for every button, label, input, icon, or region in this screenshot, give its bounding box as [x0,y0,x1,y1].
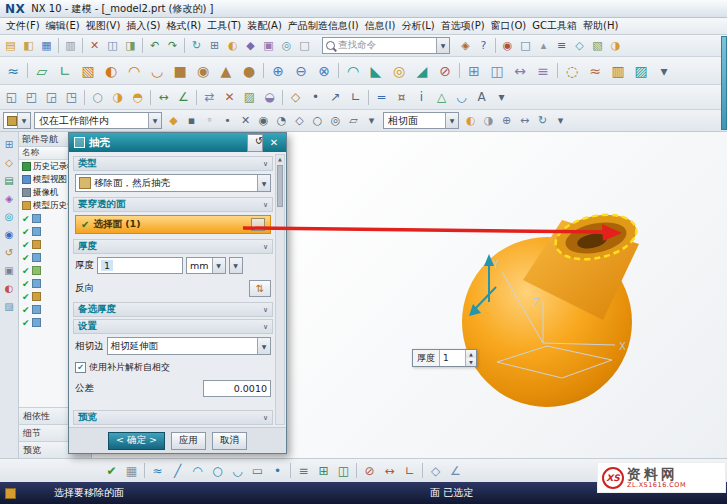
more-features-icon[interactable]: ▾ [653,60,675,82]
rotate-view-icon[interactable]: ↻ [534,112,551,129]
menu-item[interactable]: 帮助(H) [580,18,621,34]
datum-plane-icon[interactable]: ▱ [31,60,53,82]
tangent-edges-combo[interactable]: 相切延伸面 ▼ [107,337,272,355]
existing-point-snap-icon[interactable]: ◇ [291,112,308,129]
midpoint-snap-icon[interactable]: ◦ [201,112,218,129]
more-tools-icon[interactable]: ▾ [492,88,511,107]
fit-view-icon[interactable]: ⊞ [206,37,223,54]
menu-item[interactable]: 插入(S) [123,18,163,34]
measure-distance-icon[interactable]: ↔ [154,88,173,107]
draft-icon[interactable]: ◢ [411,60,433,82]
cone-icon[interactable]: ▲ [215,60,237,82]
refresh-icon[interactable]: ↻ [188,37,205,54]
point-on-curve-snap-icon[interactable]: ○ [309,112,326,129]
checkbox-icon[interactable]: ✔ [22,318,30,328]
menu-item[interactable]: 视图(V) [83,18,124,34]
constraint-navigator-icon[interactable]: ◇ [2,155,16,169]
scrollbar-thumb[interactable] [277,165,283,207]
role-icon[interactable]: ◉ [499,37,516,54]
shell-icon[interactable]: ◎ [388,60,410,82]
formula-options-icon[interactable]: ▼ [229,257,243,274]
window-switch-icon[interactable]: □ [296,37,313,54]
part-navigator-icon[interactable]: ▤ [2,173,16,187]
thickness-input[interactable]: 1 [97,257,183,274]
tolerance-input[interactable]: 0.0010 [203,380,271,397]
point-dialog-icon[interactable]: • [306,88,325,107]
thickness-tag-value[interactable]: 1 [439,350,465,366]
dropdown-arrow-icon[interactable]: ▼ [17,113,30,128]
section-thickness[interactable]: 厚度 ∨ [73,239,273,254]
thread-icon[interactable]: ≈ [584,60,606,82]
hd3d-tools-icon[interactable]: ◎ [2,209,16,223]
mirror-curve-icon[interactable]: ◫ [334,461,353,480]
circle-icon[interactable]: ○ [208,461,227,480]
datum-csys-icon[interactable]: ∟ [54,60,76,82]
checkbox-icon[interactable]: ✔ [22,305,30,315]
save-icon[interactable]: ▦ [38,37,55,54]
process-studio-icon[interactable]: ▣ [2,263,16,277]
snap-point-icon[interactable]: ◇ [286,88,305,107]
touch-mode-icon[interactable]: ◎ [278,37,295,54]
help-icon[interactable]: ? [475,37,492,54]
section-alt-thickness[interactable]: 备选厚度 ∨ [73,302,273,317]
rib-icon[interactable]: ▥ [607,60,629,82]
view-right-icon[interactable]: ◳ [62,88,81,107]
intersect-icon[interactable]: ⊗ [313,60,335,82]
web-browser-icon[interactable]: ◉ [2,227,16,241]
fillet-icon[interactable]: ◡ [228,461,247,480]
show-hide-icon[interactable]: ◒ [260,88,279,107]
point-icon[interactable]: • [268,461,287,480]
edge-blend-icon[interactable]: ◠ [342,60,364,82]
search-dropdown-icon[interactable]: ▼ [436,38,449,53]
curve-tools-icon[interactable]: ◡ [452,88,471,107]
scroll-up-icon[interactable]: ▲ [278,155,282,164]
wireframe-display-icon[interactable]: ○ [88,88,107,107]
checkbox-icon[interactable]: ✔ [22,214,30,224]
expression-icon[interactable]: = [372,88,391,107]
studio-display-icon[interactable]: ◓ [128,88,147,107]
cylinder-icon[interactable]: ◉ [192,60,214,82]
repeat-command-icon[interactable]: ▣ [260,37,277,54]
snap-enable-icon[interactable]: ◆ [165,112,182,129]
text-tool-icon[interactable]: A [472,88,491,107]
face-collector-icon[interactable] [251,218,265,231]
orient-view-icon[interactable]: ◆ [242,37,259,54]
view-iso-icon[interactable]: ◲ [42,88,61,107]
move-face-icon[interactable]: ↔ [509,60,531,82]
quadrant-snap-icon[interactable]: ◔ [273,112,290,129]
sphere-icon[interactable]: ● [238,60,260,82]
dropdown-arrow-icon[interactable]: ▼ [148,113,161,128]
surface-icon[interactable]: ▨ [630,60,652,82]
thickness-onscreen-input[interactable]: 厚度 1 ▲ ▼ [412,349,477,367]
extrude-icon[interactable]: ▧ [77,60,99,82]
dialog-reset-icon[interactable]: ↺ [247,134,263,152]
swept-icon[interactable]: ◠ [123,60,145,82]
profile-icon[interactable]: ≈ [148,461,167,480]
geometric-constraints-icon[interactable]: ◇ [426,461,445,480]
roles-palette-icon[interactable]: ◐ [2,281,16,295]
thickness-spinner[interactable]: ▲ ▼ [465,350,476,366]
unit-combo[interactable]: mm ▼ [186,257,226,274]
view-layout-icon[interactable]: ◇ [571,37,588,54]
highlight-selection-icon[interactable]: ◐ [462,112,479,129]
measure-angle-icon[interactable]: ∠ [174,88,193,107]
menu-item[interactable]: 产品制造信息(I) [285,18,362,34]
checkbox-icon[interactable]: ✔ [22,253,30,263]
dropdown-arrow-icon[interactable]: ▼ [257,338,270,354]
view-front-icon[interactable]: ◱ [2,88,21,107]
subtract-icon[interactable]: ⊖ [290,60,312,82]
section-settings[interactable]: 设置 ∨ [73,319,273,334]
history-palette-icon[interactable]: ↺ [2,245,16,259]
command-finder[interactable]: 查找命令 ▼ [322,37,450,54]
apply-button[interactable]: 应用 [171,432,206,450]
vase-model[interactable] [462,208,640,407]
through-curves-icon[interactable]: ◡ [146,60,168,82]
dropdown-arrow-icon[interactable]: ▼ [445,113,458,128]
point-on-face-snap-icon[interactable]: ◎ [327,112,344,129]
layers-icon[interactable]: ▧ [589,37,606,54]
snap-options-icon[interactable]: ▾ [363,112,380,129]
full-screen-icon[interactable]: □ [517,37,534,54]
checkbox-icon[interactable]: ✔ [22,279,30,289]
spin-up-icon[interactable]: ▲ [466,350,476,358]
minimize-ribbon-icon[interactable]: ▴ [535,37,552,54]
